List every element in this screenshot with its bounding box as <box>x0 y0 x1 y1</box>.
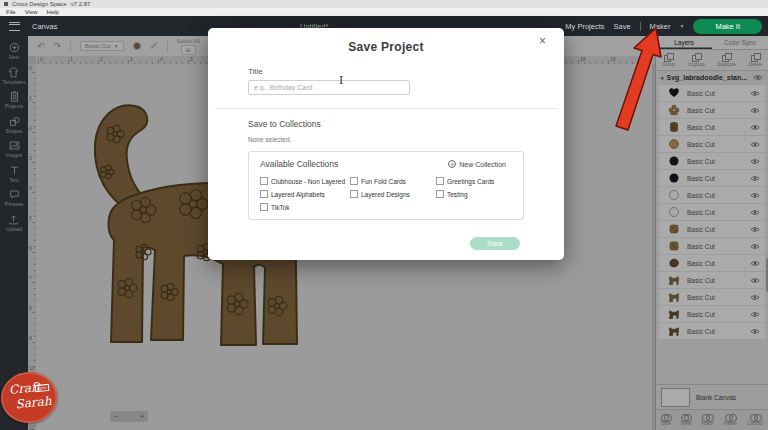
menu-bar: File View Help <box>0 8 768 16</box>
menu-file[interactable]: File <box>6 9 16 15</box>
make-it-button[interactable]: Make It <box>693 19 762 34</box>
available-collections-label: Available Collections <box>260 159 338 169</box>
collection-option[interactable]: Layered Designs <box>350 190 434 198</box>
collection-option[interactable]: Fun Fold Cards <box>350 177 434 185</box>
menu-view[interactable]: View <box>25 9 38 15</box>
hamburger-menu-icon[interactable] <box>9 22 20 31</box>
checkbox-icon[interactable] <box>350 190 358 198</box>
checkbox-icon[interactable] <box>260 190 268 198</box>
available-collections-box: Available Collections + New Collection C… <box>248 151 524 220</box>
cricut-design-space-window: { "window": { "app_title": "Cricut Desig… <box>0 0 768 430</box>
modal-save-button[interactable]: Save <box>470 237 520 250</box>
menu-help[interactable]: Help <box>47 9 59 15</box>
modal-divider <box>215 108 557 109</box>
machine-selector[interactable]: Maker <box>650 22 671 31</box>
plus-circle-icon: + <box>448 160 456 168</box>
logo-word-with: WITH <box>35 384 50 392</box>
text-cursor-icon: I <box>339 74 343 87</box>
new-collection-label: New Collection <box>459 161 506 168</box>
project-title-input[interactable] <box>248 80 410 95</box>
collection-option[interactable]: Layered Alphabets <box>260 190 348 198</box>
my-projects-link[interactable]: My Projects <box>565 22 604 31</box>
app-version: v7.2.87 <box>71 1 91 7</box>
modal-title: Save Project <box>248 40 524 54</box>
collection-label: Fun Fold Cards <box>361 178 406 185</box>
checkbox-icon[interactable] <box>436 190 444 198</box>
close-icon[interactable]: × <box>533 34 552 48</box>
window-title: Cricut Design Space <box>12 1 67 7</box>
collection-label: TikTok <box>271 204 290 211</box>
checkbox-icon[interactable] <box>260 177 268 185</box>
header-divider <box>640 22 641 31</box>
collection-label: Layered Designs <box>361 191 410 198</box>
collection-label: Clubhouse - Non Layered <box>271 178 345 185</box>
collection-label: Testing <box>447 191 468 198</box>
collection-option[interactable]: TikTok <box>260 203 348 211</box>
checkbox-icon[interactable] <box>436 177 444 185</box>
checkbox-icon[interactable] <box>260 203 268 211</box>
canvas-label[interactable]: Canvas <box>32 22 57 31</box>
collection-option[interactable]: Testing <box>436 190 512 198</box>
checkbox-icon[interactable] <box>350 177 358 185</box>
title-field-label: Title <box>248 67 524 76</box>
new-collection-button[interactable]: + New Collection <box>442 159 512 169</box>
none-selected-text: None selected. <box>248 136 524 143</box>
window-titlebar: Cricut Design Space v7.2.87 <box>0 0 768 8</box>
collection-label: Greetings Cards <box>447 178 494 185</box>
collection-option[interactable]: Clubhouse - Non Layered <box>260 177 348 185</box>
collection-label: Layered Alphabets <box>271 191 325 198</box>
chevron-down-icon[interactable]: ▼ <box>679 23 684 29</box>
save-project-modal: Save Project × Title I Save to Collectio… <box>208 28 564 260</box>
logo-word-sarah: Sarah <box>15 394 52 412</box>
collection-option[interactable]: Greetings Cards <box>436 177 512 185</box>
app-icon <box>4 2 8 6</box>
collections-heading: Save to Collections <box>248 119 524 129</box>
save-link[interactable]: Save <box>614 22 631 31</box>
